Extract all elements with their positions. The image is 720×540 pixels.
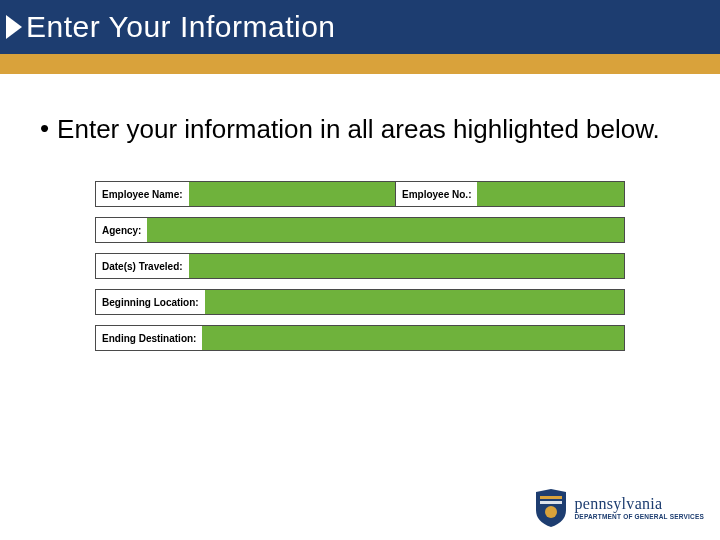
accent-bar	[0, 54, 720, 74]
svg-rect-1	[540, 501, 562, 504]
highlight-employee-name	[189, 182, 395, 206]
svg-rect-0	[540, 496, 562, 499]
label-agency: Agency:	[96, 225, 147, 236]
arrow-right-icon	[6, 15, 22, 39]
highlight-dates	[189, 254, 624, 278]
row-agency: Agency:	[95, 217, 625, 243]
highlight-employee-no	[477, 182, 624, 206]
label-employee-no: Employee No.:	[396, 189, 477, 200]
row-beginning: Beginning Location:	[95, 289, 625, 315]
form-preview: Employee Name: Employee No.: Agency: Dat…	[95, 181, 625, 351]
label-dates: Date(s) Traveled:	[96, 261, 189, 272]
row-dates: Date(s) Traveled:	[95, 253, 625, 279]
title-bar: Enter Your Information	[0, 0, 720, 54]
footer-logo: pennsylvania DEPARTMENT OF GENERAL SERVI…	[534, 488, 704, 528]
shield-icon	[534, 488, 568, 528]
highlight-ending	[202, 326, 624, 350]
logo-state-text: pennsylvania	[574, 496, 704, 512]
bullet-text: Enter your information in all areas high…	[57, 112, 660, 147]
highlight-agency	[147, 218, 624, 242]
content-area: • Enter your information in all areas hi…	[0, 74, 720, 351]
label-ending: Ending Destination:	[96, 333, 202, 344]
label-beginning: Beginning Location:	[96, 297, 205, 308]
logo-dept-text: DEPARTMENT OF GENERAL SERVICES	[574, 514, 704, 521]
label-employee-name: Employee Name:	[96, 189, 189, 200]
bullet-item: • Enter your information in all areas hi…	[40, 112, 680, 147]
page-title: Enter Your Information	[26, 10, 336, 44]
svg-point-2	[545, 506, 557, 518]
highlight-beginning	[205, 290, 624, 314]
bullet-icon: •	[40, 112, 49, 146]
row-employee: Employee Name: Employee No.:	[95, 181, 625, 207]
row-ending: Ending Destination:	[95, 325, 625, 351]
